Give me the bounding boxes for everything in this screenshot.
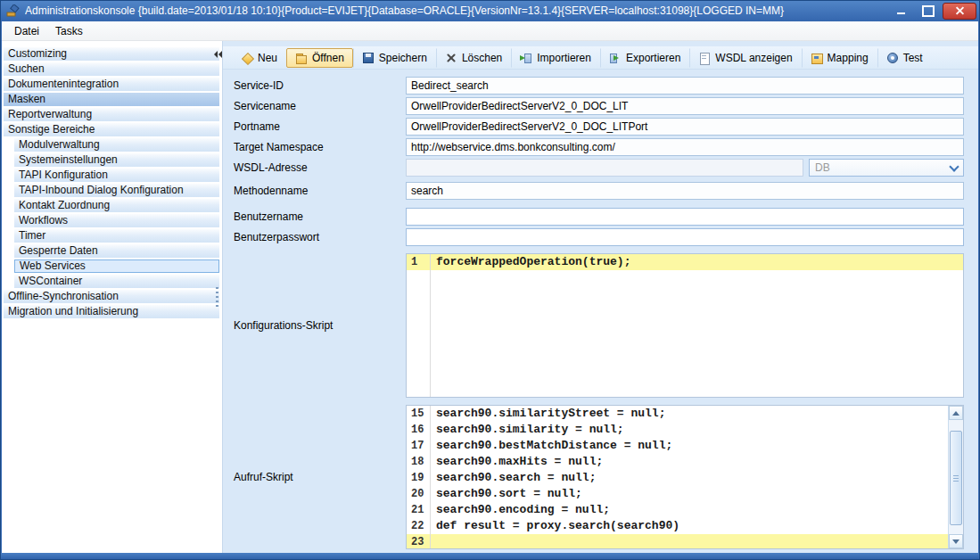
line-number: 20 (407, 486, 430, 502)
sidebar-item[interactable]: Reportverwaltung (4, 108, 219, 121)
menu-item[interactable]: Datei (6, 23, 47, 39)
toolbar-button-label: Test (903, 52, 923, 64)
combobox-value: DB (810, 161, 945, 174)
wsdl-adresse-field[interactable] (406, 159, 803, 177)
field-value: http://webservice.dms.bonkconsulting.com… (411, 141, 615, 153)
code-line: 18 search90.maxHits = null; (407, 454, 948, 470)
sidebar-item[interactable]: Systemeinstellungen (14, 153, 219, 167)
toolbar-button-label: Löschen (462, 52, 502, 64)
scroll-up-button[interactable] (949, 406, 963, 420)
benutzername-label: Benutzername (234, 208, 406, 226)
code-text: search90.search = null; (430, 470, 596, 486)
sidebar-item[interactable]: TAPI Konfiguration (14, 169, 219, 182)
window-bottom-frame (0, 553, 980, 560)
methodenname-label: Methodenname (234, 182, 406, 200)
line-number: 22 (407, 518, 430, 534)
minimize-button[interactable] (889, 3, 913, 20)
wsdl-document-icon (698, 52, 711, 64)
benutzername-row: Benutzername (234, 208, 964, 226)
delete-x-icon (445, 52, 457, 64)
methodenname-field[interactable]: search (406, 182, 964, 200)
wsdl-adresse-row: WSDL-Adresse DB (234, 159, 964, 177)
test-button[interactable]: Test (877, 48, 932, 68)
delete-button[interactable]: Löschen (436, 48, 511, 68)
wsdl-show-button[interactable]: WSDL anzeigen (689, 48, 801, 68)
scrollbar-thumb[interactable] (950, 431, 962, 525)
save-button[interactable]: Speichern (353, 48, 436, 68)
service-id-field[interactable]: Bedirect_search (406, 77, 964, 95)
open-folder-icon (295, 52, 308, 64)
sidebar-item[interactable]: WSContainer (14, 275, 219, 288)
export-arrow-icon (609, 52, 622, 64)
sidebar-navigation: Customizing Suchen Dokumentenintegration… (2, 41, 223, 553)
sidebar-item[interactable]: Dokumentenintegration (4, 78, 219, 91)
benutzername-field[interactable] (406, 208, 964, 226)
code-line: 21 search90.encoding = null; (407, 502, 948, 518)
line-number: 15 (407, 406, 430, 422)
code-line: 19 search90.search = null; (407, 470, 948, 486)
new-document-icon (241, 52, 253, 64)
toolbar: Neu Öffnen Speichern Löschen (223, 46, 978, 70)
code-line: 23 (407, 534, 948, 549)
wsdl-adresse-label: WSDL-Adresse (234, 159, 406, 177)
toolbar-button-label: Speichern (379, 52, 427, 64)
maximize-button[interactable] (916, 3, 940, 20)
sidebar-collapse-icon[interactable] (212, 50, 220, 59)
scroll-down-button[interactable] (949, 534, 963, 548)
field-value: search (411, 185, 443, 197)
sidebar-item[interactable]: Web Services (14, 259, 219, 273)
line-number: 16 (407, 422, 430, 438)
servicename-field[interactable]: OrwellProviderBedirectServerV2_0_DOC_LIT (406, 97, 964, 115)
konfigurations-skript-label: Konfigurations-Skript (234, 319, 406, 332)
close-button[interactable] (943, 3, 976, 20)
vertical-scrollbar[interactable] (948, 406, 963, 548)
app-window: Administrationskonsole {build.date=2013/… (0, 0, 980, 560)
servicename-row: Servicename OrwellProviderBedirectServer… (234, 97, 964, 115)
code-text: search90.maxHits = null; (430, 454, 603, 470)
wsdl-source-combobox[interactable]: DB (809, 159, 964, 177)
portname-label: Portname (234, 118, 406, 136)
benutzerpasswort-label: Benutzerpasswort (234, 228, 406, 246)
main-panel: Neu Öffnen Speichern Löschen (223, 41, 978, 553)
open-button[interactable]: Öffnen (286, 48, 353, 68)
app-icon (6, 4, 20, 18)
target-namespace-row: Target Namespace http://webservice.dms.b… (234, 138, 964, 156)
sidebar-item[interactable]: Timer (14, 229, 219, 243)
service-form: Service-ID Bedirect_search Servicename O… (234, 77, 964, 553)
konfigurations-skript-editor[interactable]: 1 forceWrappedOperation(true); (406, 253, 964, 398)
sidebar-item[interactable]: Sonstige Bereiche (4, 123, 219, 136)
sidebar-item[interactable]: Suchen (4, 62, 219, 76)
target-namespace-label: Target Namespace (234, 138, 406, 156)
splitter-grip-icon[interactable] (216, 287, 218, 309)
sidebar-item[interactable]: TAPI-Inbound Dialog Konfiguration (14, 184, 219, 197)
target-namespace-field[interactable]: http://webservice.dms.bonkconsulting.com… (406, 138, 964, 156)
sidebar-item[interactable]: Masken (4, 93, 219, 106)
benutzerpasswort-field[interactable] (406, 228, 964, 246)
window-title: Administrationskonsole {build.date=2013/… (25, 4, 884, 17)
menu-item[interactable]: Tasks (47, 23, 91, 39)
mapping-folder-icon (811, 52, 823, 64)
line-number: 21 (407, 502, 430, 518)
test-gear-icon (886, 52, 899, 64)
code-line-list: 15 search90.similarityStreet = null; 16 … (407, 406, 963, 549)
code-text: forceWrappedOperation(true); (430, 254, 630, 270)
code-line: 1 forceWrappedOperation(true); (407, 254, 963, 270)
sidebar-item[interactable]: Modulverwaltung (14, 138, 219, 152)
mapping-button[interactable]: Mapping (802, 48, 877, 68)
sidebar-item[interactable]: Migration und Initialisierung (4, 305, 219, 318)
code-line: 15 search90.similarityStreet = null; (407, 406, 948, 422)
titlebar: Administrationskonsole {build.date=2013/… (0, 0, 980, 21)
sidebar-item[interactable]: Workflows (14, 214, 219, 227)
export-button[interactable]: Exportieren (600, 48, 689, 68)
aufruf-skript-editor[interactable]: 15 search90.similarityStreet = null; 16 … (406, 405, 964, 549)
sidebar-item[interactable]: Customizing (4, 47, 219, 61)
sidebar-item[interactable]: Offline-Synchronisation (4, 290, 219, 303)
new-button[interactable]: Neu (232, 48, 286, 68)
import-button[interactable]: Importieren (511, 48, 600, 68)
line-number: 19 (407, 470, 430, 486)
sidebar-item-list: Customizing Suchen Dokumentenintegration… (2, 47, 222, 318)
benutzerpasswort-row: Benutzerpasswort (234, 228, 964, 246)
sidebar-item[interactable]: Kontakt Zuordnung (14, 199, 219, 212)
sidebar-item[interactable]: Gesperrte Daten (14, 244, 219, 258)
portname-field[interactable]: OrwellProviderBedirectServerV2_0_DOC_LIT… (406, 118, 964, 136)
